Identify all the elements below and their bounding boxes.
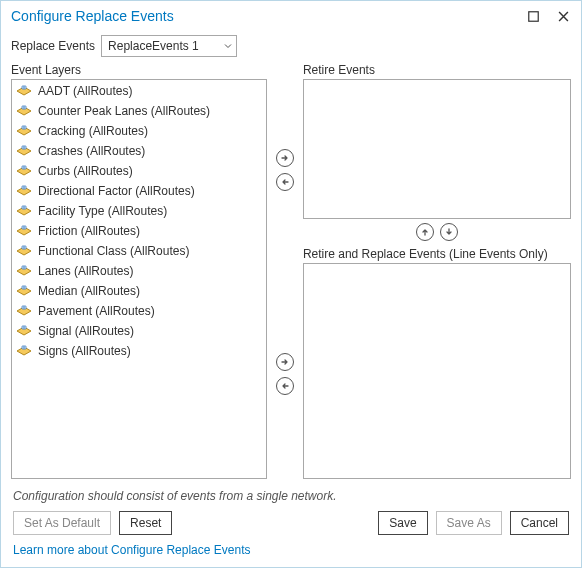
list-item-label: Median (AllRoutes): [38, 284, 140, 298]
list-item[interactable]: Lanes (AllRoutes): [14, 261, 264, 281]
svg-rect-54: [22, 346, 26, 349]
list-item-label: Facility Type (AllRoutes): [38, 204, 167, 218]
list-item-label: Signal (AllRoutes): [38, 324, 134, 338]
reset-button[interactable]: Reset: [119, 511, 172, 535]
right-column: Retire Events Retire and Replace Events …: [303, 63, 571, 479]
window-title: Configure Replace Events: [11, 8, 174, 24]
list-item[interactable]: Friction (AllRoutes): [14, 221, 264, 241]
list-item[interactable]: Curbs (AllRoutes): [14, 161, 264, 181]
move-right-button-2[interactable]: [276, 353, 294, 371]
layer-icon: [16, 224, 32, 238]
list-item[interactable]: AADT (AllRoutes): [14, 81, 264, 101]
list-item-label: Pavement (AllRoutes): [38, 304, 155, 318]
toolbar: Replace Events ReplaceEvents 1: [1, 31, 581, 63]
layer-icon: [16, 124, 32, 138]
list-item-label: Functional Class (AllRoutes): [38, 244, 189, 258]
layer-icon: [16, 184, 32, 198]
layer-icon: [16, 104, 32, 118]
save-button[interactable]: Save: [378, 511, 427, 535]
layer-icon: [16, 204, 32, 218]
move-down-button-1[interactable]: [440, 223, 458, 241]
footer: Set As Default Reset Save Save As Cancel: [1, 511, 581, 543]
list-item[interactable]: Crashes (AllRoutes): [14, 141, 264, 161]
config-note: Configuration should consist of events f…: [1, 485, 581, 511]
titlebar: Configure Replace Events: [1, 1, 581, 31]
layer-icon: [16, 324, 32, 338]
svg-rect-26: [22, 206, 26, 209]
list-item[interactable]: Facility Type (AllRoutes): [14, 201, 264, 221]
layer-icon: [16, 284, 32, 298]
move-up-button-1[interactable]: [416, 223, 434, 241]
svg-rect-46: [22, 306, 26, 309]
list-item-label: Directional Factor (AllRoutes): [38, 184, 195, 198]
layer-icon: [16, 144, 32, 158]
list-item[interactable]: Counter Peak Lanes (AllRoutes): [14, 101, 264, 121]
svg-rect-18: [22, 166, 26, 169]
svg-rect-2: [22, 86, 26, 89]
layer-icon: [16, 304, 32, 318]
list-item-label: Signs (AllRoutes): [38, 344, 131, 358]
transfer-buttons-top: [273, 63, 297, 479]
list-item-label: Crashes (AllRoutes): [38, 144, 145, 158]
retire-replace-label: Retire and Replace Events (Line Events O…: [303, 247, 571, 261]
list-item-label: Lanes (AllRoutes): [38, 264, 133, 278]
retire-events-label: Retire Events: [303, 63, 571, 77]
layer-icon: [16, 164, 32, 178]
retire-reorder-controls: [303, 219, 571, 243]
list-item-label: Cracking (AllRoutes): [38, 124, 148, 138]
list-item[interactable]: Cracking (AllRoutes): [14, 121, 264, 141]
svg-rect-38: [22, 266, 26, 269]
event-layers-label: Event Layers: [11, 63, 267, 77]
save-as-button[interactable]: Save As: [436, 511, 502, 535]
list-item[interactable]: Directional Factor (AllRoutes): [14, 181, 264, 201]
list-item[interactable]: Signs (AllRoutes): [14, 341, 264, 361]
close-button[interactable]: [549, 5, 577, 27]
list-item-label: Friction (AllRoutes): [38, 224, 140, 238]
retire-replace-list[interactable]: [303, 263, 571, 479]
svg-rect-30: [22, 226, 26, 229]
list-item-label: AADT (AllRoutes): [38, 84, 132, 98]
svg-rect-22: [22, 186, 26, 189]
list-item[interactable]: Signal (AllRoutes): [14, 321, 264, 341]
window-controls: [519, 5, 577, 27]
move-right-button-1[interactable]: [276, 149, 294, 167]
help-link[interactable]: Learn more about Configure Replace Event…: [13, 543, 250, 557]
left-column: Event Layers AADT (AllRoutes)Counter Pea…: [11, 63, 267, 479]
list-item[interactable]: Median (AllRoutes): [14, 281, 264, 301]
svg-rect-6: [22, 106, 26, 109]
replace-events-label: Replace Events: [11, 39, 95, 53]
move-left-button-2[interactable]: [276, 377, 294, 395]
retire-events-list[interactable]: [303, 79, 571, 219]
maximize-button[interactable]: [519, 5, 547, 27]
cancel-button[interactable]: Cancel: [510, 511, 569, 535]
list-item[interactable]: Functional Class (AllRoutes): [14, 241, 264, 261]
svg-rect-0: [528, 11, 537, 20]
move-left-button-1[interactable]: [276, 173, 294, 191]
retire-replace-section: Retire and Replace Events (Line Events O…: [303, 247, 571, 479]
list-item[interactable]: Pavement (AllRoutes): [14, 301, 264, 321]
set-as-default-button[interactable]: Set As Default: [13, 511, 111, 535]
svg-rect-34: [22, 246, 26, 249]
svg-rect-42: [22, 286, 26, 289]
layer-icon: [16, 344, 32, 358]
content-area: Event Layers AADT (AllRoutes)Counter Pea…: [1, 63, 581, 485]
replace-events-dropdown[interactable]: ReplaceEvents 1: [101, 35, 237, 57]
dialog-window: Configure Replace Events Replace Events …: [0, 0, 582, 568]
chevron-down-icon: [224, 39, 232, 53]
event-layers-list[interactable]: AADT (AllRoutes)Counter Peak Lanes (AllR…: [11, 79, 267, 479]
list-item-label: Curbs (AllRoutes): [38, 164, 133, 178]
svg-rect-14: [22, 146, 26, 149]
layer-icon: [16, 264, 32, 278]
list-item-label: Counter Peak Lanes (AllRoutes): [38, 104, 210, 118]
layer-icon: [16, 84, 32, 98]
help-link-row: Learn more about Configure Replace Event…: [1, 543, 581, 567]
svg-rect-10: [22, 126, 26, 129]
layer-icon: [16, 244, 32, 258]
svg-rect-50: [22, 326, 26, 329]
dropdown-value: ReplaceEvents 1: [108, 39, 199, 53]
retire-events-section: Retire Events: [303, 63, 571, 243]
